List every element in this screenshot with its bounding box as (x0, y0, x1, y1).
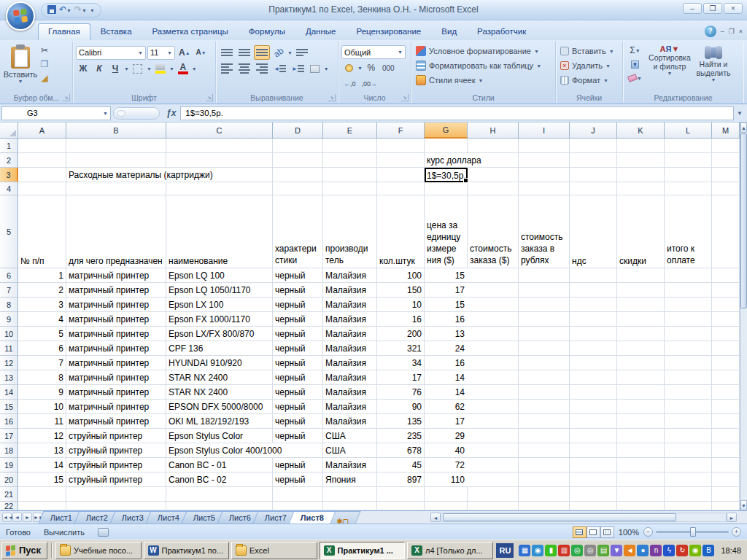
cell-A15[interactable]: 10 (18, 400, 66, 414)
cell-K14[interactable] (617, 385, 665, 400)
cell-B15[interactable]: матричный принтер (66, 400, 166, 414)
scroll-up-button[interactable]: ▲ (740, 122, 747, 133)
cell-A6[interactable]: 1 (18, 268, 66, 283)
cell-M1[interactable] (712, 139, 740, 153)
cell-I6[interactable] (519, 268, 570, 283)
cell-B21[interactable] (66, 487, 166, 502)
cell-L19[interactable] (665, 458, 712, 472)
cell-M13[interactable] (712, 370, 740, 385)
macro-record-icon[interactable] (98, 528, 109, 537)
cell-H19[interactable] (468, 458, 519, 472)
next-sheet-button[interactable]: ► (23, 513, 32, 522)
cell-C11[interactable]: CPF 136 (166, 341, 273, 356)
italic-button[interactable]: К (92, 61, 107, 76)
cell-styles-button[interactable]: Стили ячеек▼ (414, 73, 552, 88)
cell-I14[interactable] (519, 385, 570, 400)
cell-E14[interactable]: Малайзия (323, 385, 377, 400)
cell-J13[interactable] (570, 370, 617, 385)
cell-L20[interactable] (665, 472, 712, 487)
font-name-select[interactable]: Calibri▼ (76, 46, 146, 60)
cell-C13[interactable]: STAR NX 2400 (166, 370, 273, 385)
cell-I22[interactable] (519, 502, 570, 510)
cell-J14[interactable] (570, 385, 617, 400)
cell-L11[interactable] (665, 341, 712, 356)
cell-K7[interactable] (617, 283, 665, 298)
cell-M3[interactable] (712, 168, 740, 182)
cell-A16[interactable]: 11 (18, 414, 66, 429)
font-color-button[interactable]: A (176, 61, 190, 76)
workbook-close-button[interactable]: × (739, 28, 743, 35)
cell-D13[interactable]: черный (273, 370, 323, 385)
cell-B6[interactable]: матричный принтер (66, 268, 166, 283)
cell-K4[interactable] (617, 182, 665, 195)
taskbar-button[interactable]: Учебные посо... (55, 542, 142, 559)
cell-M17[interactable] (712, 429, 740, 443)
cell-F5[interactable]: кол.штук (377, 195, 425, 268)
cell-J21[interactable] (570, 487, 617, 502)
vertical-scrollbar[interactable]: ▲ ▼ (740, 122, 747, 510)
cell-G15[interactable]: 62 (425, 400, 468, 414)
cell-F22[interactable] (377, 502, 425, 510)
cell-F18[interactable]: 678 (377, 443, 425, 458)
minimize-button[interactable]: – (683, 3, 702, 14)
cell-C19[interactable]: Canon BC - 01 (166, 458, 273, 472)
cell-H8[interactable] (468, 298, 519, 312)
ribbon-tab-Рецензирование[interactable]: Рецензирование (346, 23, 431, 40)
wrap-text-button[interactable] (294, 45, 310, 60)
cell-I20[interactable] (519, 472, 570, 487)
cell-A22[interactable] (18, 502, 66, 510)
cell-H16[interactable] (468, 414, 519, 429)
row-header-16[interactable]: 16 (0, 414, 18, 429)
fill-color-dropdown[interactable]: ▼ (169, 66, 174, 71)
cell-C2[interactable] (166, 153, 273, 168)
cell-L16[interactable] (665, 414, 712, 429)
cell-G2[interactable]: курс доллара (425, 153, 468, 168)
grow-font-button[interactable]: A▲ (177, 45, 193, 60)
cell-L15[interactable] (665, 400, 712, 414)
column-header-D[interactable]: D (273, 122, 323, 139)
row-header-6[interactable]: 6 (0, 268, 18, 283)
cell-L5[interactable]: итого к оплате (665, 195, 712, 268)
cell-I12[interactable] (519, 356, 570, 370)
column-header-E[interactable]: E (323, 122, 377, 139)
cell-M10[interactable] (712, 327, 740, 341)
cell-A14[interactable]: 9 (18, 385, 66, 400)
cell-L4[interactable] (665, 182, 712, 195)
cell-H15[interactable] (468, 400, 519, 414)
cell-F20[interactable]: 897 (377, 472, 425, 487)
row-header-14[interactable]: 14 (0, 385, 18, 400)
cell-L7[interactable] (665, 283, 712, 298)
cell-A8[interactable]: 3 (18, 298, 66, 312)
cell-E18[interactable]: США (323, 443, 377, 458)
cell-E2[interactable] (323, 153, 377, 168)
cell-C1[interactable] (166, 139, 273, 153)
cell-G11[interactable]: 24 (425, 341, 468, 356)
cell-B17[interactable]: струйный принтер (66, 429, 166, 443)
cell-J18[interactable] (570, 443, 617, 458)
cell-L12[interactable] (665, 356, 712, 370)
close-button[interactable]: × (724, 3, 743, 14)
cell-D9[interactable]: черный (273, 312, 323, 327)
zoom-out-button[interactable]: − (643, 527, 653, 537)
cell-B13[interactable]: матричный принтер (66, 370, 166, 385)
cell-G14[interactable]: 14 (425, 385, 468, 400)
cell-J17[interactable] (570, 429, 617, 443)
cell-M11[interactable] (712, 341, 740, 356)
page-layout-view-button[interactable] (587, 526, 600, 538)
cell-K16[interactable] (617, 414, 665, 429)
scroll-left-button[interactable]: ◄ (430, 513, 441, 522)
accounting-format-dropdown[interactable]: ▼ (357, 66, 363, 71)
find-select-button[interactable]: Найти и выделить▼ (692, 44, 735, 90)
nero-icon[interactable]: n (650, 545, 662, 556)
cell-I3[interactable] (519, 168, 570, 182)
format-as-table-button[interactable]: Форматировать как таблицу▼ (414, 58, 552, 73)
cell-M21[interactable] (712, 487, 740, 502)
cell-H14[interactable] (468, 385, 519, 400)
insert-cells-button[interactable]: Вставить▼ (559, 44, 619, 58)
font-dialog-launcher[interactable]: ↘ (206, 94, 213, 101)
cell-M15[interactable] (712, 400, 740, 414)
cell-H17[interactable] (468, 429, 519, 443)
cell-C7[interactable]: Epson LQ 1050/1170 (166, 283, 273, 298)
row-header-11[interactable]: 11 (0, 341, 18, 356)
cell-G20[interactable]: 110 (425, 472, 468, 487)
